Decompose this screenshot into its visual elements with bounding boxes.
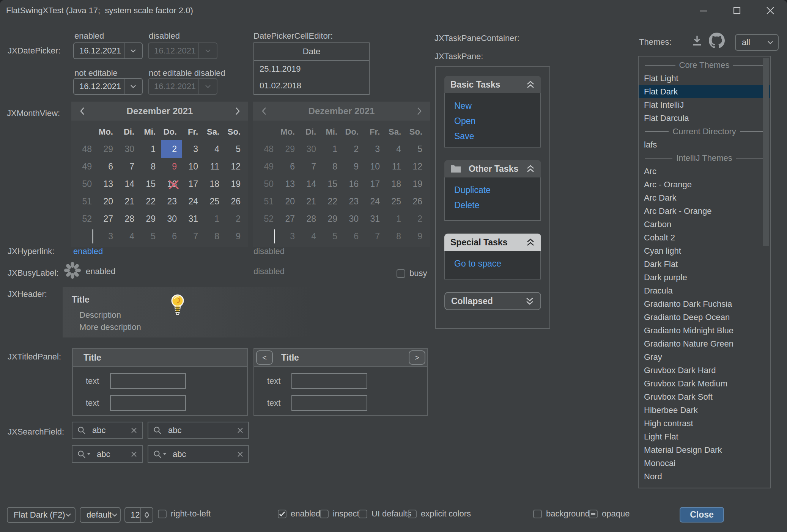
theme-item[interactable]: lafs [639,138,770,151]
search-input[interactable]: abc [173,449,237,459]
checkbox-box[interactable] [397,269,405,278]
calendar-day[interactable]: 25 [203,193,225,210]
calendar-day[interactable]: 7 [118,158,140,175]
calendar-day[interactable]: 6 [161,228,182,245]
checkbox-box[interactable] [589,510,598,518]
calendar-day[interactable]: 4 [203,140,225,158]
datepicker-enabled[interactable]: 16.12.2021 [73,42,143,59]
search-field[interactable]: abc [72,422,143,439]
calendar-day[interactable]: 7 [182,228,203,245]
calendar-day[interactable]: 22 [140,193,161,210]
clear-icon[interactable] [131,451,137,458]
theme-item[interactable]: Gradianto Midnight Blue [639,324,770,337]
search-field-dropdown[interactable]: abc [72,445,143,463]
github-icon[interactable] [709,33,725,50]
stepper-buttons[interactable] [140,508,153,522]
laf-combo[interactable]: Flat Dark (F2) [7,507,76,523]
datepicker-value[interactable]: 16.12.2021 [74,46,124,56]
calendar-day[interactable]: 4 [118,228,140,245]
table-row[interactable]: 25.11.2019 [254,61,369,77]
chevron-double-up-icon[interactable] [526,80,535,89]
checkbox-box[interactable] [278,510,286,518]
calendar-day[interactable]: 27 [97,210,118,228]
theme-item[interactable]: Flat IntelliJ [639,98,770,111]
theme-item[interactable]: Dark Flat [639,257,770,271]
theme-item[interactable]: Gray [639,350,770,364]
theme-item[interactable]: Hiberbee Dark [639,403,770,417]
calendar-day[interactable]: 6 [97,158,118,175]
scrollbar-thumb[interactable] [763,58,769,246]
checkbox-explicit-colors[interactable]: explicit colors [408,509,471,519]
calendar-day[interactable]: 14 [118,175,140,193]
search-input[interactable]: abc [97,449,131,459]
theme-item[interactable]: Arc [639,165,770,178]
text-input[interactable] [291,395,367,411]
search-dropdown-icon[interactable] [77,450,91,459]
calendar-day[interactable]: 3 [97,228,118,245]
calendar-day[interactable]: 2 [161,140,182,158]
calendar-day[interactable]: 9 [161,158,182,175]
calendar-day[interactable]: 2 [225,210,246,228]
chevron-down-icon[interactable] [124,79,142,94]
theme-item[interactable]: Nord [639,470,770,483]
download-icon[interactable] [691,35,703,49]
taskpane-header[interactable]: Basic Tasks [444,76,541,93]
next-button[interactable]: > [409,350,425,365]
calendar-day[interactable]: 29 [140,210,161,228]
calendar-day[interactable]: 18 [203,175,225,193]
text-input[interactable] [110,373,186,389]
calendar-day[interactable]: 15 [140,175,161,193]
text-input[interactable] [291,373,367,389]
style-combo[interactable]: default [80,507,121,523]
calendar-day[interactable]: 12 [225,158,246,175]
calendar-day[interactable]: 16 [161,175,182,193]
datepicker-not-editable[interactable]: 16.12.2021 [73,78,143,95]
task-link[interactable]: Delete [454,200,540,210]
checkbox-opaque[interactable]: opaque [589,509,630,519]
task-link[interactable]: Open [454,116,540,126]
theme-item[interactable]: Flat Dark [639,85,770,98]
checkbox-box[interactable] [359,510,367,518]
theme-item[interactable]: Flat Light [639,72,770,85]
theme-item[interactable]: Dracula [639,284,770,297]
calendar-day[interactable]: 17 [182,175,203,193]
calendar-day[interactable]: 9 [225,228,246,245]
search-dropdown-icon[interactable] [153,450,167,459]
calendar-day[interactable]: 19 [225,175,246,193]
checkbox-box[interactable] [533,510,542,518]
checkbox-ui-defaults[interactable]: UI defaults [359,509,411,519]
calendar-day[interactable]: 29 [97,140,118,158]
date-column-header[interactable]: Date [254,43,369,61]
calendar-day[interactable]: 10 [182,158,203,175]
checkbox-inspect[interactable]: inspect [320,509,359,519]
close-window-button[interactable] [754,0,787,21]
chevron-double-down-icon[interactable] [525,297,534,305]
calendar-day[interactable]: 28 [118,210,140,228]
search-field[interactable]: abc [148,422,249,439]
font-size-value[interactable]: 12 [125,508,140,522]
calendar-day[interactable]: 13 [97,175,118,193]
checkbox-busy[interactable]: busy [397,268,427,278]
task-link[interactable]: Go to space [454,259,540,269]
theme-item[interactable]: Cobalt 2 [639,231,770,244]
search-input[interactable]: abc [92,425,131,435]
clear-icon[interactable] [131,427,137,434]
theme-item[interactable]: Gradianto Dark Fuchsia [639,297,770,311]
theme-item[interactable]: Flat Darcula [639,111,770,125]
calendar-day[interactable]: 31 [182,210,203,228]
theme-item[interactable]: Light Flat [639,430,770,443]
table-row[interactable]: 01.02.2018 [254,77,369,94]
calendar-day[interactable]: 30 [118,140,140,158]
close-button[interactable]: Close [680,507,724,523]
next-month-button[interactable] [227,107,248,115]
calendar-day[interactable]: 5 [140,228,161,245]
checkbox-box[interactable] [408,510,417,518]
chevron-down-icon[interactable] [124,43,142,58]
calendar-day[interactable]: 8 [203,228,225,245]
taskpane-header[interactable]: Collapsed [444,292,541,310]
calendar-day[interactable]: 23 [161,193,182,210]
checkbox-box[interactable] [320,510,329,518]
search-input[interactable]: abc [168,425,237,435]
calendar-day[interactable]: 20 [97,193,118,210]
theme-item[interactable]: Arc - Orange [639,178,770,191]
